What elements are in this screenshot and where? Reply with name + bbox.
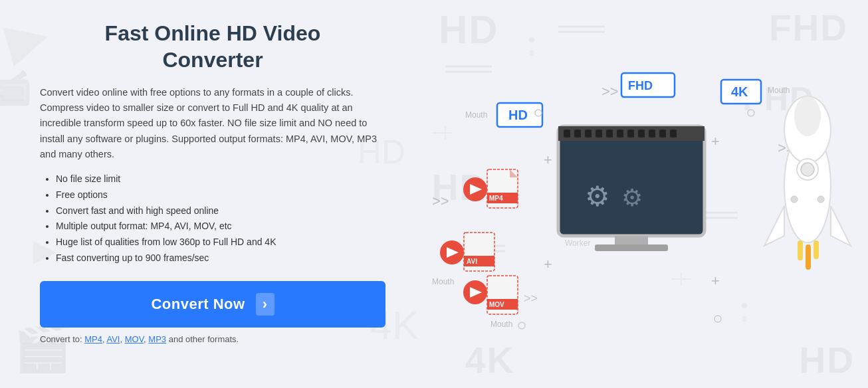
right-panel: HD FHD HD 4K HD FHD (425, 0, 868, 388)
svg-rect-80 (814, 241, 819, 259)
page-title: Fast Online HD Video Converter (40, 20, 385, 73)
svg-text:FHD: FHD (628, 79, 653, 92)
svg-point-75 (794, 96, 821, 136)
svg-rect-54 (574, 130, 581, 138)
feature-item: No file size limit (56, 171, 385, 187)
svg-rect-63 (670, 130, 677, 138)
svg-text:⚙: ⚙ (621, 184, 643, 211)
svg-text:+: + (711, 133, 720, 149)
svg-text:>>: >> (524, 292, 538, 305)
svg-text:Mouth: Mouth (768, 86, 790, 95)
svg-rect-78 (798, 241, 803, 260)
convert-button-wrapper: Convert Now › (40, 281, 385, 328)
format-links-prefix: Convert to: (40, 334, 84, 344)
arrow-icon: › (256, 293, 274, 316)
svg-rect-53 (564, 130, 570, 138)
format-mp3-link[interactable]: MP3 (148, 334, 166, 344)
svg-text:Mouth: Mouth (465, 110, 487, 120)
svg-text:HD: HD (508, 108, 528, 122)
convert-button-label: Convert Now (151, 296, 245, 313)
svg-point-85 (748, 110, 754, 116)
svg-rect-61 (649, 130, 655, 138)
svg-text:Mouth: Mouth (432, 277, 454, 286)
description-text: Convert video online with free options t… (40, 85, 385, 162)
main-illustration: >> HD Mouth FHD 4K Mouth >> >> (425, 0, 864, 388)
left-panel: ▶ 📹 🎬 HD 4K ▶ Fast Online HD Video Conve… (0, 0, 425, 388)
features-list: No file size limit Free options Convert … (40, 171, 385, 266)
svg-rect-60 (638, 130, 645, 138)
svg-text:+: + (711, 272, 720, 289)
svg-text:⚙: ⚙ (585, 181, 610, 212)
feature-item: Huge list of qualities from low 360p to … (56, 235, 385, 250)
svg-text:MOV: MOV (489, 301, 504, 308)
svg-text:+: + (544, 151, 552, 168)
format-links: Convert to: MP4, AVI, MOV, MP3 and other… (40, 334, 385, 344)
svg-text:+: + (544, 256, 552, 272)
svg-rect-59 (627, 130, 634, 138)
svg-text:Worker: Worker (565, 239, 590, 248)
svg-text:>>: >> (601, 83, 619, 100)
format-mov-link[interactable]: MOV (125, 334, 144, 344)
feature-item: Convert fast and with high speed online (56, 203, 385, 219)
svg-text:AVI: AVI (467, 258, 477, 265)
svg-text:>>: >> (432, 193, 449, 209)
feature-item: Fast converting up to 900 frames/sec (56, 250, 385, 266)
format-mp4-link[interactable]: MP4 (84, 334, 102, 344)
format-links-suffix: and other formats. (166, 334, 239, 344)
svg-text:MP4: MP4 (489, 195, 503, 202)
svg-point-84 (714, 316, 721, 322)
svg-point-82 (817, 196, 824, 203)
svg-point-81 (791, 196, 798, 203)
svg-rect-58 (617, 130, 623, 138)
feature-item: Multiple output format: MP4, AVI, MOV, e… (56, 219, 385, 235)
svg-rect-56 (596, 130, 602, 138)
svg-rect-55 (585, 130, 592, 138)
svg-rect-67 (615, 236, 648, 245)
svg-rect-62 (659, 130, 666, 138)
svg-point-86 (518, 322, 525, 329)
page-wrapper: ▶ 📹 🎬 HD 4K ▶ Fast Online HD Video Conve… (0, 0, 868, 388)
svg-rect-57 (606, 130, 613, 138)
feature-item: Free options (56, 187, 385, 203)
convert-now-button[interactable]: Convert Now › (40, 281, 385, 328)
svg-text:Mouth: Mouth (490, 320, 512, 329)
svg-point-77 (801, 163, 814, 176)
svg-rect-50 (558, 126, 705, 236)
svg-text:4K: 4K (731, 84, 748, 99)
svg-rect-68 (595, 244, 668, 251)
format-avi-link[interactable]: AVI (106, 334, 120, 344)
svg-rect-79 (806, 244, 811, 270)
